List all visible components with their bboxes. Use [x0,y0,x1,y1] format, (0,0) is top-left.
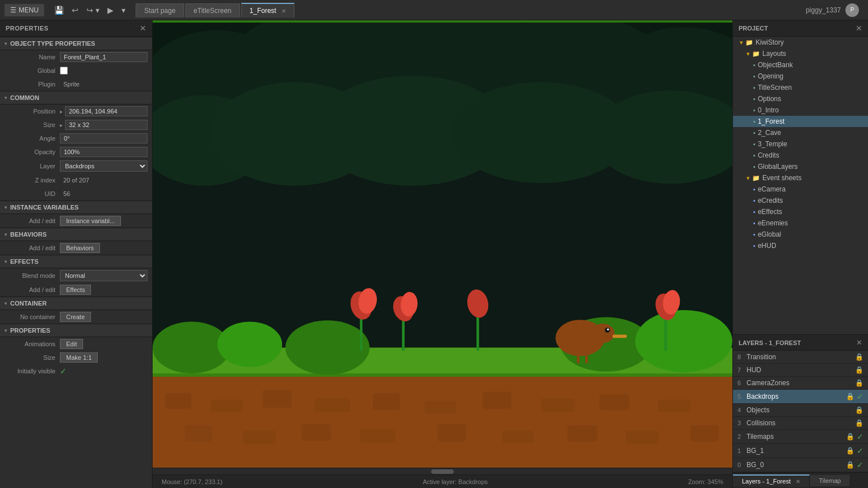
section-behaviors-arrow: ▾ [5,232,7,237]
lock-icon[interactable]: 🔒 [846,447,854,455]
tree-item-options[interactable]: ▪ Options [733,93,868,104]
tab-layers-close[interactable]: ✕ [796,478,800,485]
section-common[interactable]: ▾ COMMON [0,91,152,104]
layer-row-1[interactable]: 1 BG_1 🔒 ✓ [733,444,868,458]
lock-icon[interactable]: 🔒 [846,461,854,469]
prop-layer-select[interactable]: Backdrops [60,160,147,172]
prop-position-input[interactable] [65,106,147,116]
prop-instvar-add-button[interactable]: Instance variabl... [60,216,121,226]
layer-row-7[interactable]: 7 HUD 🔒 [733,364,868,377]
lock-icon[interactable]: 🔒 [855,406,863,414]
tree-item-3temple[interactable]: ▪ 3_Temple [733,138,868,150]
prop-name-input[interactable] [60,52,147,62]
section-behaviors[interactable]: ▾ BEHAVIORS [0,228,152,241]
lock-icon[interactable]: 🔒 [855,353,863,361]
prop-angle-row: Angle [0,132,152,145]
menu-lines-icon: ☰ [10,6,16,14]
tree-item-credits[interactable]: ▪ Credits [733,150,868,161]
file-icon: ▪ [753,242,756,249]
section-object-type[interactable]: ▾ OBJECT TYPE PROPERTIES [0,37,152,50]
section-properties-label: PROPERTIES [10,327,50,334]
tree-item-event-sheets[interactable]: ▾ 📁 Event sheets [733,172,868,184]
tree-item-eenemies[interactable]: ▪ eEnemies [733,217,868,229]
tree-item-layouts[interactable]: ▾ 📁 Layouts [733,48,868,59]
tree-item-eeffects[interactable]: ▪ eEffects [733,206,868,217]
lock-icon[interactable]: 🔒 [855,379,863,387]
lock-icon[interactable]: 🔒 [846,393,854,400]
tree-item-objectbank[interactable]: ▪ ObjectBank [733,59,868,71]
scroll-thumb[interactable] [431,469,454,474]
layer-row-3[interactable]: 3 Collisions 🔒 [733,417,868,430]
layer-num: 7 [737,367,747,373]
section-effects[interactable]: ▾ EFFECTS [0,255,152,268]
undo-button[interactable]: ↩ [68,3,82,17]
project-close-button[interactable]: ✕ [856,24,862,33]
prop-layer-label: Layer [9,163,60,169]
prop-effects-add-button[interactable]: Effects [60,285,91,295]
visible-check-icon[interactable]: ✓ [857,460,863,469]
tab-tilemap[interactable]: Tilemap [810,475,850,486]
tree-item-0intro[interactable]: ▪ 0_Intro [733,104,868,116]
tree-item-label: eCredits [758,197,783,204]
tree-item-2cave[interactable]: ▪ 2_Cave [733,127,868,138]
prop-size-input[interactable] [65,120,147,130]
properties-close-button[interactable]: ✕ [140,24,146,33]
tree-item-eglobal[interactable]: ▪ eGlobal [733,229,868,240]
layer-icons: 🔒 ✓ [846,392,863,401]
tree-item-opening[interactable]: ▪ Opening [733,71,868,82]
section-container[interactable]: ▾ CONTAINER [0,297,152,310]
prop-animations-edit-button[interactable]: Edit [60,339,83,349]
layer-row-4[interactable]: 4 Objects 🔒 [733,404,868,417]
play-dropdown[interactable]: ▾ [118,3,129,17]
visible-check-icon[interactable]: ✓ [857,446,863,455]
play-button[interactable]: ▶ [104,3,117,17]
layer-name: BG_1 [747,447,846,455]
section-instance-vars[interactable]: ▾ INSTANCE VARIABLES [0,201,152,214]
tab-1forest[interactable]: 1_Forest ✕ [241,3,295,18]
visible-check-icon[interactable]: ✓ [857,432,863,441]
visible-check-icon[interactable]: ✓ [857,392,863,401]
prop-global-checkbox[interactable] [60,67,68,75]
lock-icon[interactable]: 🔒 [855,419,863,427]
tab-etitlescreen[interactable]: eTitleScreen [185,3,240,18]
tree-item-ehud[interactable]: ▪ eHUD [733,240,868,251]
layer-row-0[interactable]: 0 BG_0 🔒 ✓ [733,458,868,472]
prop-blend-select[interactable]: Normal [60,270,147,281]
tab-layers-1forest[interactable]: Layers - 1_Forest ✕ [733,474,810,487]
prop-blend-label: Blend mode [9,272,60,279]
tree-item-ecamera[interactable]: ▪ eCamera [733,184,868,195]
lock-icon[interactable]: 🔒 [846,433,854,441]
canvas-wrapper[interactable] [153,20,732,468]
section-properties[interactable]: ▾ PROPERTIES [0,324,152,337]
layer-row-8[interactable]: 8 Transition 🔒 [733,351,868,364]
layer-row-5[interactable]: 5 Backdrops 🔒 ✓ [733,390,868,404]
layer-name: HUD [747,366,855,374]
tree-item-kiwistory[interactable]: ▾ 📁 KiwiStory [733,37,868,48]
layer-row-6[interactable]: 6 CameraZones 🔒 [733,377,868,390]
status-bar: Mouse: (270.7, 233.1) Active layer: Back… [153,474,732,488]
horizontal-scrollbar[interactable] [153,468,732,474]
redo-button[interactable]: ↪ ▾ [83,3,103,17]
tree-item-label: eHUD [758,242,776,250]
tab-1forest-close-icon[interactable]: ✕ [281,8,286,14]
tab-start-page[interactable]: Start page [136,3,184,18]
prop-behaviors-add-button[interactable]: Behaviors [60,243,100,253]
prop-angle-input[interactable] [60,133,147,143]
game-scene[interactable] [153,20,732,468]
prop-zindex-label: Z index [9,177,60,184]
layers-close-button[interactable]: ✕ [856,338,862,347]
tree-item-globallayers[interactable]: ▪ GlobalLayers [733,161,868,172]
lock-icon[interactable]: 🔒 [855,366,863,374]
svg-point-51 [591,324,614,343]
save-button[interactable]: 💾 [51,3,67,17]
layer-row-2[interactable]: 2 Tilemaps 🔒 ✓ [733,430,868,444]
tree-item-titlescreen[interactable]: ▪ TitleScreen [733,82,868,93]
layer-name: Backdrops [747,393,846,400]
prop-make-size-button[interactable]: Make 1:1 [60,352,98,363]
menu-button[interactable]: ☰ MENU [5,4,44,16]
prop-make-size-row: Size Make 1:1 [0,351,152,364]
tree-item-1forest[interactable]: ▪ 1_Forest [733,116,868,127]
prop-container-create-button[interactable]: Create [60,312,91,322]
tree-item-ecredits[interactable]: ▪ eCredits [733,195,868,206]
prop-opacity-input[interactable] [60,147,147,157]
